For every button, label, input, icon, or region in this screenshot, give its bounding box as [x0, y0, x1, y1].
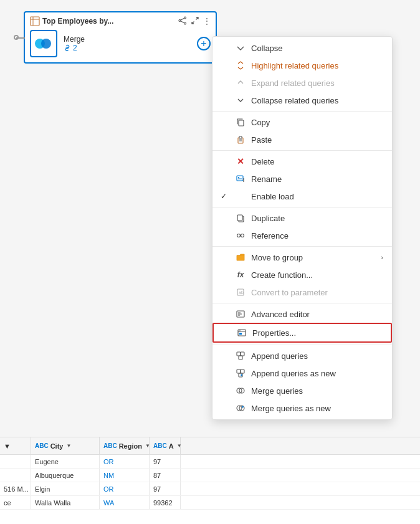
- expand-icon[interactable]: [191, 16, 199, 26]
- collapse-label: Collapse: [251, 44, 383, 53]
- menu-item-append-queries[interactable]: Append queries: [212, 347, 392, 364]
- svg-rect-11: [239, 120, 244, 126]
- connector-line: [16, 37, 25, 39]
- more-icon[interactable]: ⋮: [203, 17, 211, 25]
- folder-icon: [235, 252, 246, 263]
- duplicate-icon: [235, 212, 246, 224]
- duplicate-label: Duplicate: [251, 214, 383, 223]
- query-card: Top Employees by...: [24, 11, 217, 64]
- cell: Elgin: [31, 482, 100, 495]
- separator-2: [212, 150, 392, 151]
- svg-rect-37: [237, 369, 241, 373]
- context-menu: Collapse Highlight related queries Expan…: [212, 36, 393, 420]
- col-header-a[interactable]: ABC A ▼: [150, 437, 181, 454]
- card-actions: ⋮: [178, 16, 211, 26]
- canvas: Top Employees by...: [0, 0, 420, 524]
- separator-6: [212, 345, 392, 345]
- svg-rect-17: [238, 177, 239, 178]
- share-icon[interactable]: [178, 16, 187, 26]
- svg-rect-18: [238, 179, 242, 179]
- move-to-group-label: Move to group: [251, 253, 376, 262]
- cell: OR: [100, 455, 150, 468]
- menu-item-collapse[interactable]: Collapse: [212, 39, 392, 57]
- menu-item-move-to-group[interactable]: Move to group ›: [212, 249, 392, 266]
- city-col-label: City: [50, 442, 64, 450]
- a-type-icon: ABC: [153, 442, 167, 449]
- merge-queries-new-icon: [235, 403, 246, 414]
- collapse-icon: [235, 42, 246, 54]
- table-row: Eugene OR 97: [0, 455, 420, 469]
- merge-circles: [35, 37, 52, 50]
- svg-rect-36: [239, 356, 242, 360]
- cell: 516 M...: [0, 482, 31, 495]
- col-header-city[interactable]: ABC City ▼: [31, 437, 100, 454]
- city-dropdown-icon[interactable]: ▼: [66, 443, 71, 449]
- menu-item-reference[interactable]: Reference: [212, 227, 392, 244]
- add-step-button[interactable]: +: [197, 37, 211, 50]
- merge-queries-new-label: Merge queries as new: [251, 404, 383, 413]
- step-info: Merge 2: [64, 35, 85, 52]
- cell: NM: [100, 469, 150, 482]
- expand-related-label: Expand related queries: [251, 79, 383, 88]
- table-row: Albuquerque NM 87: [0, 469, 420, 482]
- menu-item-merge-queries-new[interactable]: Merge queries as new: [212, 399, 392, 417]
- properties-label: Properties...: [252, 328, 382, 338]
- merge-icon-box: [30, 30, 57, 57]
- svg-line-7: [181, 21, 184, 23]
- region-col-label: Region: [119, 442, 142, 450]
- a-dropdown-icon[interactable]: ▼: [177, 443, 182, 449]
- highlight-label: Highlight related queries: [251, 61, 383, 70]
- menu-item-paste[interactable]: Paste: [212, 131, 392, 148]
- svg-rect-34: [237, 352, 241, 356]
- fx-icon: fx: [235, 269, 246, 280]
- copy-icon: [235, 117, 246, 128]
- svg-rect-13: [239, 136, 242, 138]
- cell: Albuquerque: [31, 469, 100, 482]
- menu-item-rename[interactable]: Rename: [212, 170, 392, 188]
- circle-right: [41, 39, 51, 49]
- expand-related-icon: [235, 77, 246, 88]
- menu-item-duplicate[interactable]: Duplicate: [212, 209, 392, 227]
- cell: [0, 455, 31, 468]
- menu-item-create-function[interactable]: fx Create function...: [212, 266, 392, 283]
- menu-item-collapse-related[interactable]: Collapse related queries: [212, 92, 392, 109]
- step-name: Merge: [64, 35, 85, 44]
- svg-point-3: [184, 17, 186, 19]
- cell: 97: [150, 482, 181, 495]
- svg-rect-0: [31, 17, 39, 26]
- cell: Walla Walla: [31, 496, 100, 509]
- table-area: ▼ ABC City ▼ ABC Region ▼ ABC A ▼ Eugene: [0, 437, 420, 524]
- append-queries-new-label: Append queries as new: [251, 369, 383, 378]
- collapse-related-label: Collapse related queries: [251, 96, 383, 105]
- convert-to-parameter-label: Convert to parameter: [251, 288, 383, 297]
- highlight-icon: [235, 60, 246, 71]
- cell: OR: [100, 482, 150, 495]
- col-header-region[interactable]: ABC Region ▼: [100, 437, 150, 454]
- card-header: Top Employees by...: [30, 16, 211, 26]
- region-type-icon: ABC: [103, 442, 117, 449]
- cell: Eugene: [31, 455, 100, 468]
- delete-label: Delete: [251, 157, 383, 166]
- rename-icon: [235, 173, 246, 184]
- city-type-icon: ABC: [35, 442, 49, 449]
- create-function-label: Create function...: [251, 270, 383, 280]
- properties-icon: [236, 327, 247, 338]
- menu-item-enable-load[interactable]: ✓ Enable load: [212, 188, 392, 205]
- menu-item-delete[interactable]: ✕ Delete: [212, 153, 392, 170]
- col-header-dropdown[interactable]: ▼: [0, 437, 31, 454]
- menu-item-convert-to-parameter: ab Convert to parameter: [212, 283, 392, 301]
- card-title: Top Employees by...: [30, 16, 113, 26]
- cell: 97: [150, 455, 181, 468]
- advanced-editor-label: Advanced editor: [251, 310, 383, 319]
- menu-item-copy[interactable]: Copy: [212, 113, 392, 131]
- menu-item-properties[interactable]: Properties...: [212, 323, 392, 343]
- copy-label: Copy: [251, 118, 383, 127]
- append-queries-icon: [235, 350, 246, 361]
- cell: [0, 469, 31, 482]
- svg-point-4: [179, 20, 181, 22]
- separator-4: [212, 246, 392, 247]
- menu-item-merge-queries[interactable]: Merge queries: [212, 382, 392, 399]
- menu-item-highlight[interactable]: Highlight related queries: [212, 57, 392, 74]
- menu-item-append-queries-new[interactable]: Append queries as new: [212, 364, 392, 382]
- menu-item-advanced-editor[interactable]: Advanced editor: [212, 305, 392, 323]
